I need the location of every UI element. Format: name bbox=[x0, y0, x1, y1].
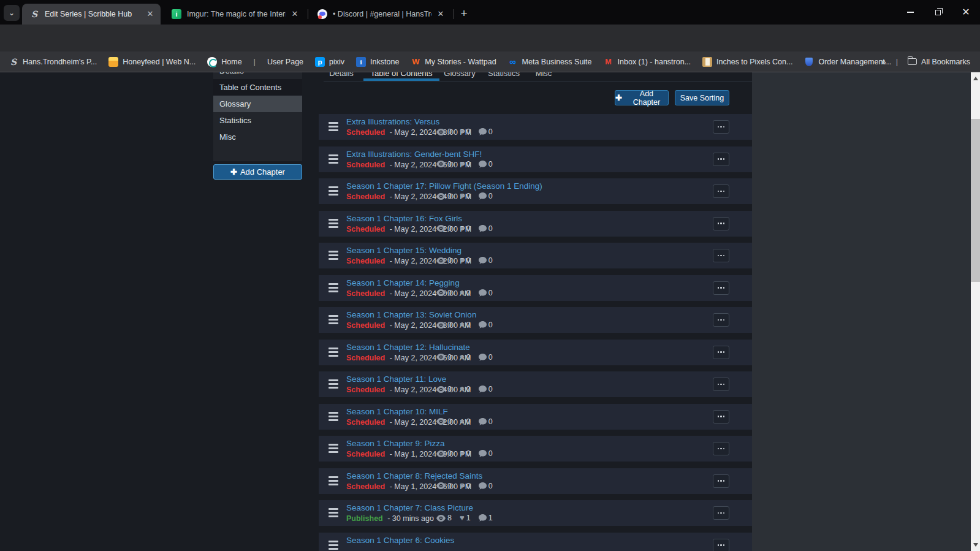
sidebar-item-misc[interactable]: Misc bbox=[213, 129, 302, 145]
chapter-title-link[interactable]: Season 1 Chapter 11: Love bbox=[346, 374, 471, 384]
chapter-title-link[interactable]: Season 1 Chapter 15: Wedding bbox=[346, 245, 471, 256]
likes-stat: ♥ 0 bbox=[460, 224, 471, 233]
chapter-menu-button[interactable] bbox=[713, 378, 729, 391]
tab-search-chevron-icon[interactable]: ⌄ bbox=[4, 5, 20, 21]
chapter-title-link[interactable]: Season 1 Chapter 10: MILF bbox=[346, 406, 471, 417]
bookmark-item[interactable]: i Inkstone bbox=[356, 57, 399, 67]
chapter-menu-button[interactable] bbox=[713, 120, 729, 134]
chapter-menu-button[interactable] bbox=[713, 506, 729, 520]
drag-handle-icon[interactable] bbox=[329, 186, 338, 196]
comments-stat: 0 bbox=[479, 449, 493, 458]
sidebar-item-details[interactable]: Details bbox=[213, 72, 302, 79]
bookmarks-overflow-button[interactable]: » bbox=[881, 56, 886, 67]
chapter-title-link[interactable]: Season 1 Chapter 13: Soviet Onion bbox=[346, 310, 476, 320]
tab-glossary[interactable]: Glossary bbox=[438, 72, 481, 81]
eye-icon bbox=[436, 193, 446, 200]
chapter-title-link[interactable]: Season 1 Chapter 6: Cookies bbox=[346, 535, 454, 545]
drag-handle-icon[interactable] bbox=[329, 379, 338, 389]
drag-handle-icon[interactable] bbox=[329, 348, 338, 357]
chapter-menu-button[interactable] bbox=[713, 474, 729, 488]
chapter-menu-button[interactable] bbox=[713, 184, 729, 198]
scrollbar-thumb[interactable] bbox=[971, 119, 980, 282]
chapter-title-link[interactable]: Season 1 Chapter 12: Hallucinate bbox=[346, 342, 471, 352]
save-sorting-button[interactable]: Save Sorting bbox=[675, 90, 729, 105]
minimize-button[interactable] bbox=[896, 0, 924, 25]
add-chapter-button[interactable]: ✚ Add Chapter bbox=[615, 90, 669, 105]
close-tab-icon[interactable]: ✕ bbox=[289, 9, 300, 20]
bookmark-item[interactable]: Order Management... bbox=[804, 57, 891, 67]
browser-tab-scribblehub[interactable]: S Edit Series | Scribble Hub ✕ bbox=[22, 4, 161, 25]
all-bookmarks-button[interactable]: All Bookmarks bbox=[908, 58, 970, 66]
chapter-stats: 8 ♥ 1 1 bbox=[436, 514, 493, 522]
drag-handle-icon[interactable] bbox=[329, 541, 338, 550]
tab-misc[interactable]: Misc bbox=[526, 72, 561, 81]
sidebar-item-statistics[interactable]: Statistics bbox=[213, 112, 302, 129]
chapter-menu-button[interactable] bbox=[713, 410, 729, 424]
page-scrollbar[interactable] bbox=[971, 72, 980, 551]
drag-handle-icon[interactable] bbox=[329, 508, 338, 517]
drag-handle-icon[interactable] bbox=[329, 251, 338, 260]
comments-count: 0 bbox=[488, 385, 493, 393]
bookmark-item[interactable]: User Page bbox=[267, 58, 303, 66]
drag-handle-icon[interactable] bbox=[329, 315, 338, 324]
likes-stat: ♥ 1 bbox=[460, 514, 471, 522]
browser-tab-discord[interactable]: • Discord | #general | HansTron ✕ bbox=[310, 4, 451, 25]
chapter-menu-button[interactable] bbox=[713, 442, 729, 455]
bookmark-item[interactable]: M Inbox (1) - hanstron... bbox=[604, 57, 691, 67]
chapter-menu-button[interactable] bbox=[713, 346, 729, 359]
comment-icon bbox=[479, 257, 487, 264]
close-tab-icon[interactable]: ✕ bbox=[145, 9, 156, 20]
comment-icon bbox=[479, 450, 487, 457]
eye-icon bbox=[436, 386, 446, 393]
sidebar-item-table-of-contents[interactable]: Table of Contents bbox=[213, 79, 302, 96]
chapter-row: Season 1 Chapter 13: Soviet Onion Schedu… bbox=[319, 307, 752, 333]
sidebar-add-chapter-button[interactable]: ✚ Add Chapter bbox=[213, 164, 302, 180]
chapter-menu-button[interactable] bbox=[713, 281, 729, 295]
scroll-down-arrow-icon[interactable] bbox=[973, 543, 978, 547]
close-window-button[interactable]: ✕ bbox=[952, 0, 980, 25]
drag-handle-icon[interactable] bbox=[329, 154, 338, 164]
browser-tab-imgur[interactable]: i Imgur: The magic of the Interne ✕ bbox=[164, 4, 305, 25]
chapter-title-link[interactable]: Season 1 Chapter 8: Rejected Saints bbox=[346, 471, 482, 481]
drag-handle-icon[interactable] bbox=[329, 219, 338, 228]
sidebar-item-glossary[interactable]: Glossary bbox=[213, 96, 302, 112]
views-stat: 0 bbox=[436, 353, 452, 362]
comments-stat: 0 bbox=[479, 127, 493, 136]
likes-count: 0 bbox=[466, 449, 471, 458]
chapter-title-link[interactable]: Extra Illustrations: Versus bbox=[346, 116, 471, 127]
new-tab-button[interactable]: + bbox=[456, 6, 472, 21]
chapter-title-link[interactable]: Season 1 Chapter 14: Pegging bbox=[346, 278, 471, 288]
drag-handle-icon[interactable] bbox=[329, 283, 338, 292]
restore-button[interactable] bbox=[924, 0, 952, 25]
scroll-up-arrow-icon[interactable] bbox=[973, 77, 978, 80]
chapter-title-link[interactable]: Season 1 Chapter 16: Fox Girls bbox=[346, 213, 471, 224]
bookmark-item[interactable]: ∞ Meta Business Suite bbox=[508, 57, 592, 67]
drag-handle-icon[interactable] bbox=[329, 122, 338, 131]
drag-handle-icon[interactable] bbox=[329, 476, 338, 485]
chapter-menu-button[interactable] bbox=[713, 249, 729, 262]
tab-statistics[interactable]: Statistics bbox=[481, 72, 526, 81]
comment-icon bbox=[479, 514, 487, 522]
bookmark-item[interactable]: W My Stories - Wattpad bbox=[411, 57, 496, 67]
chapter-title-link[interactable]: Season 1 Chapter 17: Pillow Fight (Seaso… bbox=[346, 181, 542, 191]
chapter-title-link[interactable]: Season 1 Chapter 9: Pizza bbox=[346, 438, 471, 449]
chapter-title-link[interactable]: Extra Illustrations: Gender-bent SHF! bbox=[346, 149, 482, 159]
chapter-stats: 0 ♥ 0 0 bbox=[436, 289, 493, 297]
bookmark-item[interactable]: p pixiv bbox=[315, 57, 344, 67]
likes-count: 0 bbox=[466, 256, 471, 265]
chapter-title-link[interactable]: Season 1 Chapter 7: Class Picture bbox=[346, 503, 473, 513]
bookmark-item[interactable]: Inches to Pixels Con... bbox=[702, 57, 792, 67]
bookmark-item[interactable]: S Hans.Trondheim's P... bbox=[9, 57, 97, 67]
chapter-menu-button[interactable] bbox=[713, 539, 729, 551]
likes-count: 0 bbox=[466, 321, 471, 329]
chapter-menu-button[interactable] bbox=[713, 217, 729, 230]
drag-handle-icon[interactable] bbox=[329, 444, 338, 453]
chapter-menu-button[interactable] bbox=[713, 313, 729, 327]
chapter-menu-button[interactable] bbox=[713, 153, 729, 166]
close-tab-icon[interactable]: ✕ bbox=[435, 9, 446, 20]
bookmark-item[interactable]: Home bbox=[207, 57, 241, 67]
tab-details[interactable]: Details bbox=[322, 72, 360, 81]
bookmark-item[interactable]: Honeyfeed | Web N... bbox=[108, 57, 196, 67]
tab-table-of-contents[interactable]: Table of Contents bbox=[363, 72, 439, 81]
drag-handle-icon[interactable] bbox=[329, 412, 338, 421]
